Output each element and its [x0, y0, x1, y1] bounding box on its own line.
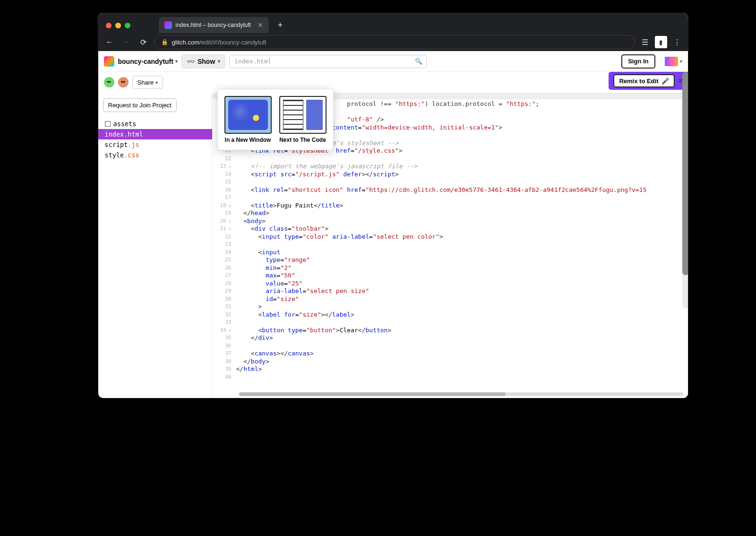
reader-mode-icon[interactable]: ☰: [639, 36, 651, 48]
file-search-input[interactable]: index.html 🔍: [229, 55, 427, 68]
collaborator-avatar[interactable]: ••: [104, 77, 114, 87]
chevron-down-icon: ▾: [175, 59, 178, 64]
assets-folder[interactable]: assets: [98, 119, 212, 129]
editor-horizontal-scrollbar[interactable]: [239, 392, 683, 396]
glitch-logo-icon[interactable]: [104, 56, 114, 67]
address-bar[interactable]: 🔒 glitch.com/edit/#!/bouncy-candytuft: [154, 35, 635, 49]
tab-title: index.html – bouncy-candytuft: [176, 22, 251, 28]
file-index-html[interactable]: index.html: [98, 129, 212, 139]
file-script-js[interactable]: script.js: [98, 139, 212, 150]
minimize-window-icon[interactable]: [115, 23, 121, 28]
back-button[interactable]: ←: [103, 35, 116, 49]
url-host: glitch.com: [172, 39, 200, 46]
app-toolbar: bouncy-candytuft ▾ 👓 Show ▾ index.html 🔍…: [98, 51, 688, 72]
project-name-dropdown[interactable]: bouncy-candytuft ▾: [118, 58, 178, 65]
show-option-new-window[interactable]: In a New Window: [223, 94, 274, 145]
sign-in-button[interactable]: Sign In: [621, 54, 655, 69]
close-tab-icon[interactable]: ✕: [258, 21, 263, 29]
split-view-thumbnail-icon: [279, 96, 326, 134]
url-path: /edit/#!/bouncy-candytuft: [199, 39, 266, 46]
collaborator-avatar[interactable]: ••: [118, 77, 129, 87]
browser-window: index.html – bouncy-candytuft ✕ + ← → ⟳ …: [98, 13, 688, 398]
lock-icon: 🔒: [161, 39, 168, 45]
new-tab-button[interactable]: +: [274, 18, 287, 32]
request-join-button[interactable]: Request to Join Project: [103, 98, 177, 112]
glasses-icon: 👓: [187, 58, 195, 65]
assets-icon: [105, 121, 111, 127]
menu-icon[interactable]: ⋮: [671, 36, 683, 48]
file-sidebar: Request to Join Project assets index.htm…: [98, 93, 213, 398]
reload-button[interactable]: ⟳: [137, 35, 150, 49]
show-option-next-to-code[interactable]: Next to The Code: [277, 94, 328, 145]
chevron-down-icon: ▾: [218, 59, 220, 64]
chevron-down-icon: ▾: [680, 59, 682, 64]
share-button[interactable]: Share ▾: [132, 76, 163, 89]
remix-to-edit-button[interactable]: Remix to Edit 🎤: [613, 74, 674, 87]
remix-banner: Remix to Edit 🎤 ✕: [609, 72, 687, 90]
browser-tab[interactable]: index.html – bouncy-candytuft ✕: [159, 17, 269, 33]
chevron-down-icon: ▾: [155, 80, 158, 85]
profile-icon[interactable]: ▮: [655, 36, 667, 48]
browser-chrome: index.html – bouncy-candytuft ✕ + ← → ⟳ …: [98, 13, 688, 51]
project-actions-bar: •• •• Share ▾ Remix to Edit 🎤 ✕: [98, 72, 688, 93]
show-button[interactable]: 👓 Show ▾: [181, 54, 225, 69]
show-menu-popup: In a New Window Next to The Code: [217, 89, 334, 150]
main-area: Request to Join Project assets index.htm…: [98, 93, 688, 398]
microphone-icon: 🎤: [662, 78, 669, 85]
maximize-window-icon[interactable]: [125, 23, 130, 28]
page-vertical-scrollbar[interactable]: [682, 72, 688, 308]
tab-favicon-icon: [164, 21, 172, 29]
new-window-thumbnail-icon: [224, 96, 272, 134]
fish-avatar-icon: [665, 57, 678, 66]
close-window-icon[interactable]: [106, 23, 112, 28]
search-icon: 🔍: [415, 58, 422, 65]
file-style-css[interactable]: style.css: [98, 150, 212, 160]
window-controls: [106, 23, 130, 28]
account-menu[interactable]: ▾: [659, 57, 682, 66]
forward-button[interactable]: →: [120, 35, 133, 49]
